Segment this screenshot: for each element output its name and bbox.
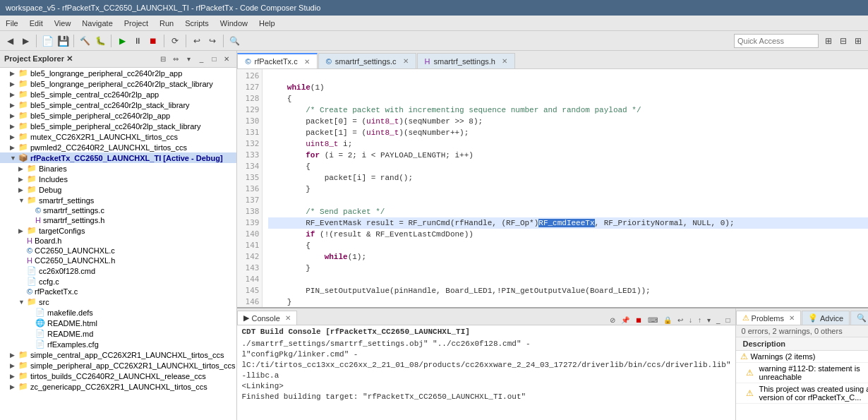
console-next-btn[interactable]: ↓ [687, 316, 694, 325]
tree-item-src[interactable]: ▼📁src [0, 296, 236, 307]
code-line-144 [268, 274, 868, 285]
console-min-btn[interactable]: _ [714, 316, 723, 325]
menu-scripts[interactable]: Scripts [179, 18, 215, 29]
toolbar-fwd-btn[interactable]: ▶ [18, 34, 32, 48]
tab-smartrf-c[interactable]: © smartrf_settings.c ✕ [318, 53, 416, 68]
menu-run[interactable]: Run [154, 18, 179, 29]
tree-item-rfpackettx-c[interactable]: ©rfPacketTx.c [0, 287, 236, 296]
advice-tab[interactable]: 💡 Advice [802, 311, 850, 325]
menu-file[interactable]: File [0, 18, 24, 29]
maximize-panel-btn[interactable]: □ [208, 54, 219, 65]
tree-item-tirtos[interactable]: ▶📁tirtos_builds_CC2640R2_LAUNCHXL_releas… [0, 371, 236, 381]
code-line-139: RF_EventMask result = RF_runCmd(rfHandle… [268, 217, 868, 229]
tree-item-cc26x0-cmd[interactable]: 📄cc26x0f128.cmd [0, 265, 236, 276]
console-stop-btn[interactable]: ⏹ [633, 316, 644, 325]
problems-tab-x[interactable]: ✕ [789, 314, 795, 322]
tree-item-rfexamples[interactable]: 📄rfExamples.cfg [0, 339, 236, 349]
tree-item-binaries[interactable]: ▶📁Binaries [0, 163, 236, 174]
console-tab[interactable]: ▶ Console ✕ [237, 311, 296, 325]
minimize-panel-btn[interactable]: _ [195, 54, 207, 65]
tree-item-simple-central[interactable]: ▶📁simple_central_app_CC26X2R1_LAUNCHXL_t… [0, 349, 236, 360]
menu-edit[interactable]: Edit [24, 18, 49, 29]
code-line-128: { [268, 93, 868, 104]
toolbar-save-btn[interactable]: 💾 [56, 34, 70, 48]
tree-item-targetconfigs[interactable]: ▶📁targetConfigs [0, 225, 236, 236]
tree-item-makefile[interactable]: 📄makefile.defs [0, 307, 236, 318]
tree-item-smartrf-h[interactable]: Hsmartrf_settings.h [0, 215, 236, 225]
console-input-btn[interactable]: ⌨ [646, 316, 660, 325]
toolbar-back-btn[interactable]: ◀ [3, 34, 17, 48]
toolbar-debug-btn[interactable]: 🐛 [93, 34, 107, 48]
menu-project[interactable]: Project [119, 18, 154, 29]
toolbar-new-btn[interactable]: 📄 [40, 34, 54, 48]
toolbar-persp-btn[interactable]: ⊞ [821, 34, 836, 48]
tree-item-mutex[interactable]: ▶📁mutex_CC26X2R1_LAUNCHXL_tirtos_ccs [0, 131, 236, 142]
toolbar-run-btn[interactable]: ▶ [115, 34, 129, 48]
tree-item-cc2650-h[interactable]: HCC2650_LAUNCHXL.h [0, 256, 236, 265]
tree-item-zc-generic[interactable]: ▶📁zc_genericapp_CC26X2R1_LAUNCHXL_tirtos… [0, 381, 236, 392]
collapse-all-btn[interactable]: ⊟ [157, 54, 169, 65]
tab-smartrf-c-close[interactable]: ✕ [403, 57, 409, 65]
tree-item-readme-html[interactable]: 🌐README.html [0, 318, 236, 328]
view-menu-btn[interactable]: ▾ [183, 54, 194, 65]
toolbar-right-btns: ⊞ ⊟ ⊞ [821, 34, 865, 48]
console-clear-btn[interactable]: ⊘ [608, 316, 617, 325]
col-description: Description [740, 339, 868, 349]
tree-item-ble5-sp-stack[interactable]: ▶📁ble5_simple_peripheral_cc2640r2lp_stac… [0, 121, 236, 131]
menu-help[interactable]: Help [253, 18, 281, 29]
menu-navigate[interactable]: Navigate [76, 18, 118, 29]
console-max-btn[interactable]: □ [724, 316, 733, 325]
close-panel-btn[interactable]: ✕ [221, 54, 232, 65]
tree-item-rfpackettx-project[interactable]: ▼📦rfPacketTx_CC2650_LAUNCHXL_TI [Active … [0, 152, 236, 163]
tree-item-smartrf[interactable]: ▼📁smartrf_settings [0, 195, 236, 205]
tree-item-ble5-lp-stack[interactable]: ▶📁ble5_longrange_peripheral_cc2640r2lp_s… [0, 78, 236, 89]
quick-access-input[interactable] [734, 34, 819, 48]
toolbar-pause-btn[interactable]: ⏸ [131, 34, 145, 48]
code-text[interactable]: while(1) { /* Create packet with increme… [263, 69, 868, 307]
prob-row-1[interactable]: ⚠ warning #112-D: statement is unreachab… [736, 363, 868, 383]
tree-item-ble5-sc-stack[interactable]: ▶📁ble5_simple_central_cc2640r2lp_stack_l… [0, 100, 236, 110]
console-pin-btn[interactable]: 📌 [619, 316, 632, 325]
tree-item-pwmled[interactable]: ▶📁pwmled2_CC2640R2_LAUNCHXL_tirtos_ccs [0, 142, 236, 152]
tab-rfpackettx[interactable]: © rfPacketTx.c ✕ [237, 53, 317, 68]
console-dropdown-btn[interactable]: ▾ [705, 316, 713, 325]
console-word-wrap-btn[interactable]: ↩ [675, 316, 685, 325]
tree-item-debug[interactable]: ▶📁Debug [0, 184, 236, 195]
tab-smartrf-h[interactable]: H smartrf_settings.h ✕ [417, 53, 515, 68]
tab-smartrf-h-close[interactable]: ✕ [502, 57, 507, 65]
menu-window[interactable]: Window [215, 18, 253, 29]
tree-item-ble5-lp-app[interactable]: ▶📁ble5_longrange_peripheral_cc2640r2lp_a… [0, 68, 236, 78]
line-numbers: 126 127 128 129 130 131 132 133 134 135 … [237, 69, 263, 307]
link-editor-btn[interactable]: ⇔ [170, 54, 181, 65]
tree-item-simple-periph[interactable]: ▶📁simple_peripheral_app_CC26X2R1_LAUNCHX… [0, 360, 236, 371]
console-tab-icon: ▶ [243, 313, 249, 323]
console-scroll-lock-btn[interactable]: 🔒 [661, 316, 674, 325]
toolbar-redo-btn[interactable]: ↪ [205, 34, 219, 48]
toolbar-sep-5 [186, 35, 186, 47]
toolbar-sep-4 [164, 35, 164, 47]
prob-row-2[interactable]: ⚠ This project was created using a versi… [736, 383, 868, 404]
tree-item-ble5-sp-app[interactable]: ▶📁ble5_simple_peripheral_cc2640r2lp_app [0, 110, 236, 121]
toolbar-search-btn[interactable]: 🔍 [227, 34, 241, 48]
toolbar-undo-btn[interactable]: ↩ [190, 34, 204, 48]
tree-item-includes[interactable]: ▶📁Includes [0, 174, 236, 184]
problems-tab[interactable]: ⚠ Problems ✕ [736, 311, 801, 325]
console-tab-x[interactable]: ✕ [285, 314, 291, 322]
tree-item-ccfg[interactable]: 📄ccfg.c [0, 276, 236, 287]
toolbar-layout-btn[interactable]: ⊟ [836, 34, 850, 48]
toolbar-stop-btn[interactable]: ⏹ [146, 34, 160, 48]
toolbar-build-btn[interactable]: 🔨 [78, 34, 92, 48]
toolbar-refresh-btn[interactable]: ⟳ [168, 34, 182, 48]
menu-view[interactable]: View [49, 18, 77, 29]
search-tab[interactable]: 🔍 Search [850, 311, 868, 325]
tree-item-ble5-sc-app[interactable]: ▶📁ble5_simple_central_cc2640r2lp_app [0, 89, 236, 100]
tab-rfpackettx-close[interactable]: ✕ [304, 58, 310, 66]
tree-item-readme-md[interactable]: 📄README.md [0, 328, 236, 339]
tree-item-board-h[interactable]: HBoard.h [0, 236, 236, 246]
project-tree: ▶📁ble5_longrange_peripheral_cc2640r2lp_a… [0, 68, 236, 420]
tree-item-cc2650-c[interactable]: ©CC2650_LAUNCHXL.c [0, 246, 236, 256]
console-prev-btn[interactable]: ↑ [696, 316, 704, 325]
toolbar-menu-btn[interactable]: ⊞ [851, 34, 865, 48]
tree-item-smartrf-c[interactable]: ©smartrf_settings.c [0, 205, 236, 215]
prob-warnings-group[interactable]: ⚠ Warnings (2 items) [736, 351, 868, 363]
